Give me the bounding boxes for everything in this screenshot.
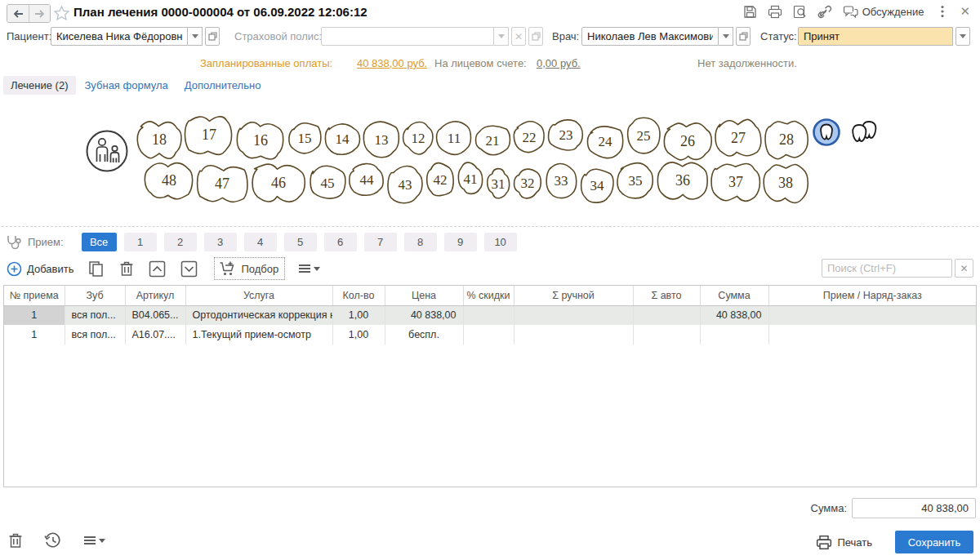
tooth-28[interactable]: 28 — [764, 116, 809, 163]
tooth-33[interactable]: 33 — [544, 157, 578, 204]
visit-filter-8[interactable]: 8 — [404, 233, 437, 251]
tooth-35[interactable]: 35 — [616, 157, 655, 204]
table-row-2[interactable]: 1вся пол...А16.07....1.Текущий прием-осм… — [4, 325, 976, 344]
tooth-32[interactable]: 32 — [512, 159, 543, 207]
column-header-2[interactable]: Зуб — [65, 286, 125, 305]
visit-filter-6[interactable]: 6 — [324, 233, 357, 251]
print-button[interactable]: Печать — [816, 535, 872, 550]
move-down-button[interactable] — [180, 260, 198, 278]
back-button[interactable] — [7, 5, 29, 22]
cell-r1-c7[interactable] — [463, 305, 514, 325]
cell-r1-c11[interactable] — [768, 305, 976, 325]
delete-document-button[interactable] — [8, 532, 23, 549]
doctor-dropdown-button[interactable] — [719, 27, 733, 46]
column-header-3[interactable]: Артикул — [125, 286, 185, 305]
cell-r2-c8[interactable] — [514, 325, 633, 344]
get-link-icon-button[interactable] — [817, 5, 832, 19]
delete-row-button[interactable] — [119, 260, 134, 277]
visit-filter-2[interactable]: 2 — [164, 233, 197, 251]
column-header-5[interactable]: Кол-во — [332, 286, 385, 305]
policy-input[interactable] — [321, 27, 494, 46]
tooth-23[interactable]: 23 — [547, 111, 585, 158]
move-up-button[interactable] — [149, 260, 166, 278]
policy-dropdown-button[interactable] — [494, 27, 509, 46]
cell-r2-c11[interactable] — [768, 325, 976, 344]
patient-open-button[interactable] — [205, 27, 220, 46]
column-header-1[interactable]: № приема — [4, 286, 65, 305]
print-icon-button[interactable] — [768, 5, 782, 19]
column-header-6[interactable]: Цена — [385, 286, 463, 305]
cell-r2-c2[interactable]: вся пол... — [65, 325, 125, 344]
policy-open-button[interactable] — [528, 27, 543, 46]
add-button[interactable]: Добавить — [7, 261, 74, 277]
column-header-10[interactable]: Сумма — [700, 286, 768, 305]
close-button[interactable]: ✕ — [960, 4, 970, 19]
visit-filter-7[interactable]: 7 — [364, 233, 397, 251]
forward-button[interactable] — [29, 5, 50, 22]
tooth-17[interactable]: 17 — [184, 111, 234, 158]
cell-r1-c3[interactable]: B04.065... — [125, 305, 185, 325]
cell-r2-c1[interactable]: 1 — [4, 325, 65, 344]
cell-r2-c10[interactable] — [700, 325, 768, 344]
cell-r1-c2[interactable]: вся пол... — [65, 305, 125, 325]
visit-filter-1[interactable]: 1 — [124, 233, 157, 251]
tab-3[interactable]: Дополнительно — [177, 76, 269, 95]
cell-r2-c6[interactable]: беспл. — [385, 325, 463, 344]
cell-r2-c5[interactable]: 1,00 — [332, 325, 385, 344]
tooth-43[interactable]: 43 — [386, 161, 424, 208]
cell-r2-c3[interactable]: А16.07.... — [125, 325, 185, 344]
visit-filter-all[interactable]: Все — [82, 233, 117, 251]
visit-filter-9[interactable]: 9 — [444, 233, 477, 251]
tooth-44[interactable]: 44 — [348, 156, 385, 203]
visit-filter-3[interactable]: 3 — [204, 233, 237, 251]
doctor-open-button[interactable] — [736, 27, 751, 46]
patient-input[interactable] — [51, 27, 188, 46]
cell-r1-c10[interactable]: 40 838,00 — [700, 305, 768, 325]
cell-r1-c6[interactable]: 40 838,00 — [385, 305, 463, 325]
column-header-8[interactable]: Σ ручной — [514, 286, 633, 305]
tooth-45[interactable]: 45 — [308, 159, 347, 207]
tooth-12[interactable]: 12 — [402, 114, 434, 162]
discussion-button[interactable]: Обсуждение — [843, 5, 924, 19]
table-row-1[interactable]: 1вся пол...B04.065...Ортодонтическая кор… — [4, 305, 976, 325]
tab-2[interactable]: Зубная формула — [78, 76, 176, 95]
search-input[interactable] — [822, 259, 952, 278]
planned-payments-link[interactable]: 40 838,00 руб. — [357, 57, 427, 72]
cell-r2-c4[interactable]: 1.Текущий прием-осмотр — [185, 325, 332, 344]
history-button[interactable] — [44, 532, 62, 549]
doctor-input[interactable] — [581, 27, 719, 46]
save-document-button[interactable]: Сохранить — [895, 531, 973, 553]
table-more-menu-button[interactable] — [298, 264, 320, 273]
visit-filter-10[interactable]: 10 — [484, 233, 517, 251]
preview-icon-button[interactable] — [793, 5, 807, 19]
tooth-25[interactable]: 25 — [626, 112, 662, 159]
tooth-31[interactable]: 31 — [485, 160, 511, 207]
search-clear-button[interactable]: ✕ — [955, 259, 973, 278]
tooth-41[interactable]: 41 — [457, 155, 484, 202]
status-input[interactable] — [798, 27, 953, 46]
status-dropdown-button[interactable] — [956, 27, 970, 46]
tooth-37[interactable]: 37 — [710, 158, 761, 206]
patient-dropdown-button[interactable] — [188, 27, 203, 46]
copy-row-button[interactable] — [88, 260, 105, 278]
cell-r2-c7[interactable] — [463, 325, 514, 344]
tooth-47[interactable]: 47 — [195, 160, 249, 207]
tooth-16[interactable]: 16 — [235, 117, 286, 164]
tooth-34[interactable]: 34 — [579, 162, 615, 209]
tab-1[interactable]: Лечение (2) — [3, 76, 76, 95]
footer-more-menu-button[interactable] — [83, 536, 105, 545]
column-header-9[interactable]: Σ авто — [633, 286, 700, 305]
save-icon-button[interactable] — [743, 5, 757, 19]
cell-r1-c5[interactable]: 1,00 — [332, 305, 385, 325]
sum-input[interactable] — [852, 498, 976, 518]
tooth-15[interactable]: 15 — [287, 114, 323, 162]
adult-child-formula-icon[interactable] — [85, 129, 129, 173]
column-header-7[interactable]: % скидки — [463, 286, 514, 305]
favorite-star-icon[interactable] — [54, 6, 69, 20]
column-header-11[interactable]: Прием / Наряд-заказ — [768, 286, 976, 305]
visit-filter-5[interactable]: 5 — [284, 233, 317, 251]
tooth-42[interactable]: 42 — [425, 156, 456, 203]
more-menu-button[interactable] — [941, 5, 944, 18]
visit-filter-4[interactable]: 4 — [244, 233, 277, 251]
view-double-tooth-toggle[interactable] — [848, 119, 882, 145]
